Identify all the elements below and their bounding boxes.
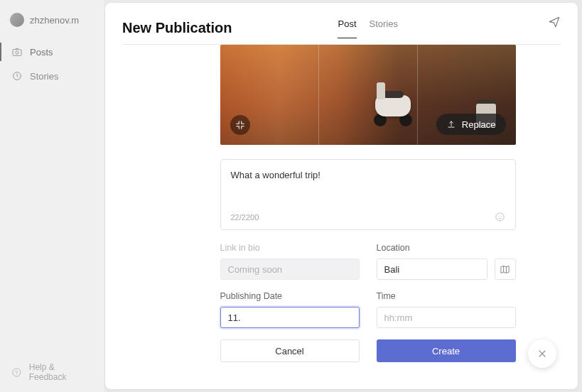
scroll-area[interactable]: Replace What a wonderful trip! 22/2200 L… <box>105 45 578 389</box>
tabs: Post Stories <box>338 18 397 38</box>
close-icon <box>537 348 548 359</box>
create-button[interactable]: Create <box>377 339 516 362</box>
svg-point-4 <box>16 374 17 375</box>
svg-point-3 <box>13 368 21 376</box>
camera-icon <box>11 46 23 58</box>
caption-text[interactable]: What a wonderful trip! <box>231 170 505 196</box>
cancel-button[interactable]: Cancel <box>220 339 360 362</box>
close-button[interactable] <box>528 339 556 368</box>
sidebar: zhzhenov.m Posts Stories Help & Feedback <box>0 0 105 392</box>
map-button[interactable] <box>495 258 516 280</box>
link-in-bio-label: Link in bio <box>220 243 360 253</box>
share-button[interactable] <box>548 16 561 31</box>
location-field: Location <box>377 243 516 280</box>
emoji-icon[interactable] <box>495 212 505 222</box>
location-input[interactable] <box>377 258 487 280</box>
tab-post[interactable]: Post <box>338 18 356 38</box>
publishing-date-label: Publishing Date <box>220 291 360 301</box>
link-in-bio-input <box>220 258 360 280</box>
username: zhzhenov.m <box>30 15 79 26</box>
map-icon <box>500 264 510 275</box>
help-label: Help & Feedback <box>29 362 93 382</box>
grid-line <box>318 45 319 145</box>
svg-point-6 <box>498 216 499 217</box>
help-feedback[interactable]: Help & Feedback <box>0 352 104 392</box>
page-title: New Publication <box>122 20 232 36</box>
svg-point-5 <box>495 213 503 221</box>
account-row[interactable]: zhzhenov.m <box>0 13 104 40</box>
publishing-date-field: Publishing Date <box>220 291 360 328</box>
time-label: Time <box>377 291 516 301</box>
replace-label: Replace <box>462 119 496 130</box>
sidebar-item-posts[interactable]: Posts <box>0 40 104 64</box>
sidebar-item-label: Stories <box>30 71 58 82</box>
time-field: Time <box>377 291 516 328</box>
time-input[interactable] <box>377 307 516 328</box>
sidebar-item-label: Posts <box>30 47 53 58</box>
collapse-icon <box>235 120 245 130</box>
panel-header: New Publication Post Stories <box>105 3 578 44</box>
svg-rect-0 <box>13 50 21 56</box>
svg-point-1 <box>16 51 18 54</box>
location-label: Location <box>377 243 516 253</box>
sidebar-item-stories[interactable]: Stories <box>0 64 104 88</box>
replace-image-button[interactable]: Replace <box>436 114 506 135</box>
link-in-bio-field: Link in bio <box>220 243 360 280</box>
upload-icon <box>446 119 456 129</box>
tab-stories[interactable]: Stories <box>370 18 398 38</box>
avatar <box>10 13 24 27</box>
caption-box[interactable]: What a wonderful trip! 22/2200 <box>220 159 516 230</box>
caption-counter: 22/2200 <box>231 213 259 222</box>
grid-line <box>417 45 418 145</box>
send-icon <box>548 16 561 28</box>
svg-point-7 <box>500 216 501 217</box>
image-scooter <box>370 75 416 126</box>
stories-icon <box>11 70 23 82</box>
publishing-date-input[interactable] <box>220 307 360 328</box>
image-preview: Replace <box>220 45 516 145</box>
help-icon <box>11 367 22 378</box>
collapse-image-button[interactable] <box>230 115 250 135</box>
new-publication-panel: New Publication Post Stories <box>105 3 578 389</box>
